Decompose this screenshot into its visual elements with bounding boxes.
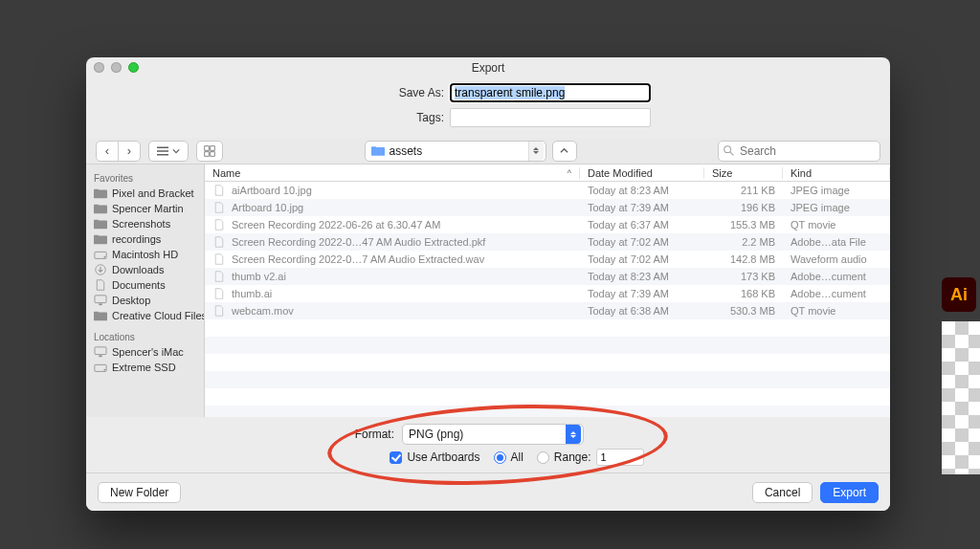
location-name: assets [390,144,423,158]
window-controls [94,62,139,73]
format-label: Format: [241,428,394,441]
search-input[interactable] [718,141,880,162]
svg-point-17 [104,369,106,371]
svg-point-10 [104,256,106,258]
nav-back-forward: ‹ › [96,141,141,162]
use-artboards-option[interactable]: Use Artboards [390,450,479,464]
all-label: All [511,450,523,464]
group-button[interactable] [196,141,223,162]
sidebar-item-label: Desktop [112,295,150,306]
sidebar-item-label: Downloads [112,264,164,275]
close-window-button[interactable] [94,62,104,73]
collapse-toggle[interactable] [552,141,577,162]
format-value: PNG (png) [409,428,463,441]
transparency-checkerboard [942,321,980,474]
forward-button[interactable]: › [119,142,140,161]
sidebar-item[interactable]: Spencer Martin [86,201,204,216]
range-radio[interactable] [537,451,549,464]
range-option[interactable]: Range: [537,449,644,466]
svg-rect-6 [211,151,215,156]
use-artboards-label: Use Artboards [407,450,479,464]
all-option[interactable]: All [494,450,523,464]
file-row[interactable]: Screen Recording 2022-0…47 AM Audio Extr… [205,233,890,251]
use-artboards-checkbox[interactable] [390,451,402,464]
file-name: thumb v2.ai [232,271,286,282]
finder-toolbar: ‹ › assets [86,138,890,165]
file-kind: Adobe…cument [783,288,890,299]
file-name: Artboard 10.jpg [232,202,303,213]
sidebar-item-label: Macintosh HD [112,249,178,260]
sidebar-item[interactable]: Spencer's iMac [86,344,204,360]
cancel-button[interactable]: Cancel [752,482,813,503]
file-row[interactable]: Artboard 10.jpgToday at 7:39 AM196 KBJPE… [205,199,890,216]
dialog-footer: New Folder Cancel Export [86,472,890,511]
file-name: aiArtboard 10.jpg [232,185,312,196]
save-as-input[interactable] [450,83,651,102]
export-button[interactable]: Export [820,482,879,503]
grid-icon [204,145,215,157]
file-kind: QT movie [783,305,890,317]
file-date: Today at 8:23 AM [580,271,704,282]
sidebar-item[interactable]: Desktop [86,293,204,308]
file-size: 142.8 MB [704,253,783,265]
svg-rect-13 [99,303,101,305]
file-size: 530.3 MB [704,305,783,317]
sidebar-item[interactable]: Macintosh HD [86,247,204,262]
file-row[interactable]: webcam.movToday at 6:38 AM530.3 MBQT mov… [205,302,890,319]
new-folder-button[interactable]: New Folder [98,482,181,503]
empty-row [205,354,890,371]
file-row[interactable]: Screen Recording 2022-06-26 at 6.30.47 A… [205,216,890,233]
empty-row [205,319,890,337]
range-input[interactable] [596,449,644,466]
file-size: 168 KB [704,288,783,299]
file-row[interactable]: Screen Recording 2022-0…7 AM Audio Extra… [205,251,890,268]
svg-rect-5 [205,151,210,156]
search-icon [724,145,734,156]
column-date[interactable]: Date Modified [580,167,704,179]
zoom-window-button[interactable] [128,62,139,73]
tags-input[interactable] [450,108,651,127]
sidebar-item[interactable]: recordings [86,231,204,247]
sidebar-item[interactable]: Pixel and Bracket [86,186,204,201]
svg-rect-0 [157,146,168,148]
location-dropdown[interactable]: assets [365,141,546,162]
empty-row [205,337,890,354]
all-radio[interactable] [494,451,506,464]
column-name[interactable]: Name^ [205,167,580,179]
sidebar-item[interactable]: Creative Cloud Files [86,308,204,323]
back-button[interactable]: ‹ [97,142,118,161]
file-date: Today at 7:39 AM [580,202,704,213]
list-view-icon [157,145,168,157]
format-dropdown[interactable]: PNG (png) [402,424,584,445]
sidebar-header-locations: Locations [86,329,204,344]
range-label: Range: [554,450,591,464]
empty-row [205,388,890,406]
file-size: 155.3 MB [704,219,783,231]
save-as-label: Save As: [301,86,444,99]
column-size[interactable]: Size [704,167,783,179]
file-name: Screen Recording 2022-0…47 AM Audio Extr… [232,236,485,248]
column-kind[interactable]: Kind [783,167,890,179]
sort-asc-icon: ^ [568,168,571,178]
file-row[interactable]: aiArtboard 10.jpgToday at 8:23 AM211 KBJ… [205,182,890,199]
sidebar-item[interactable]: Downloads [86,262,204,277]
sidebar-item[interactable]: Extreme SSD [86,360,204,375]
file-row[interactable]: thumb v2.aiToday at 8:23 AM173 KBAdobe…c… [205,268,890,285]
file-date: Today at 7:02 AM [580,253,704,265]
chevron-down-icon [172,147,180,155]
svg-point-7 [724,145,731,152]
file-row[interactable]: thumb.aiToday at 7:39 AM168 KBAdobe…cume… [205,285,890,302]
file-date: Today at 7:39 AM [580,288,704,299]
minimize-window-button[interactable] [111,62,122,73]
sidebar-item[interactable]: Screenshots [86,216,204,231]
file-kind: Waveform audio [783,253,890,265]
sidebar-item-label: Creative Cloud Files [112,310,205,321]
file-rows: aiArtboard 10.jpgToday at 8:23 AM211 KBJ… [205,182,890,417]
svg-line-8 [730,151,733,154]
file-size: 173 KB [704,271,783,282]
file-size: 196 KB [704,202,783,213]
sidebar-item-label: Spencer Martin [112,203,184,214]
sidebar-item[interactable]: Documents [86,277,204,293]
tags-label: Tags: [301,111,444,124]
view-mode-dropdown[interactable] [148,141,189,162]
